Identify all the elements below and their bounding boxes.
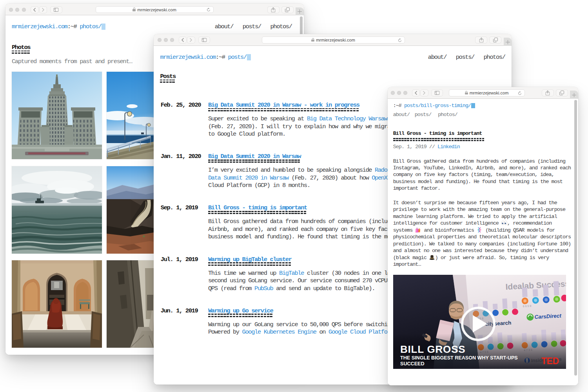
svg-text:TED: TED xyxy=(541,356,559,366)
svg-text:SUCCEED: SUCCEED xyxy=(400,361,425,367)
svg-text:BILL GROSS: BILL GROSS xyxy=(400,343,465,355)
svg-text:6 6 5 9: 6 6 5 9 xyxy=(523,305,531,308)
svg-text:THE SINGLE BIGGEST REASON WHY: THE SINGLE BIGGEST REASON WHY START-UPS xyxy=(400,355,518,361)
